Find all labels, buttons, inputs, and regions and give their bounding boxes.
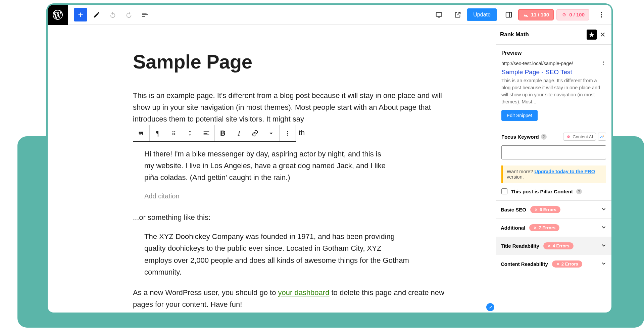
accordion-item[interactable]: Additional 7 Errors (496, 219, 611, 237)
pillar-label: This post is Pillar Content (511, 189, 573, 194)
snippet-url: http://seo-test.local/sample-page/ (501, 61, 573, 66)
focus-keyword-label: Focus Keyword (501, 134, 539, 140)
external-preview-button[interactable] (451, 8, 464, 21)
undo-button[interactable] (106, 8, 119, 21)
bridge-paragraph[interactable]: ...or something like this: (133, 211, 455, 223)
pillar-checkbox[interactable] (501, 188, 507, 194)
error-pill: 6 Errors (530, 206, 560, 213)
svg-point-4 (601, 12, 602, 13)
chevron-down-icon (601, 260, 607, 268)
page-title[interactable]: Sample Page (133, 46, 455, 78)
redo-button[interactable] (122, 8, 136, 21)
svg-point-8 (174, 131, 175, 132)
edit-snippet-button[interactable]: Edit Snippet (501, 110, 538, 121)
dashboard-link[interactable]: your dashboard (278, 288, 330, 297)
wordpress-logo[interactable] (48, 5, 68, 25)
move-up-down-icon[interactable] (182, 125, 198, 141)
trend-icon[interactable] (598, 133, 606, 141)
svg-rect-1 (506, 12, 512, 17)
svg-point-10 (174, 133, 175, 134)
snippet-title: Sample Page - SEO Test (501, 68, 606, 76)
quote-block-2[interactable]: The XYZ Doohickey Company was founded in… (144, 231, 409, 278)
star-icon[interactable] (587, 30, 597, 40)
more-options-button[interactable] (595, 8, 608, 21)
dropdown-chevron-icon[interactable] (263, 125, 279, 141)
intro-paragraph[interactable]: This is an example page. It's different … (133, 90, 455, 141)
upgrade-promo: Want more? Upgrade today to the PRO vers… (501, 165, 606, 183)
error-pill: 4 Errors (543, 242, 574, 249)
seo-accordion: Basic SEO 6 Errors Additional 7 Errors T… (496, 201, 611, 273)
svg-point-16 (603, 61, 604, 61)
block-type-quote-icon[interactable] (133, 125, 149, 141)
rankmath-sidebar: Rank Math Preview http://seo-test.local/… (496, 25, 611, 313)
svg-point-20 (568, 136, 569, 137)
view-responsive-button[interactable] (432, 8, 446, 21)
content-ai-button[interactable]: Content AI (563, 133, 596, 141)
link-icon[interactable] (247, 125, 263, 141)
accordion-label: Content Readability (501, 261, 548, 267)
svg-point-7 (172, 131, 174, 132)
accordion-label: Basic SEO (501, 207, 526, 212)
paragraph-icon[interactable]: ¶ (150, 125, 166, 141)
block-toolbar: ¶ (133, 125, 296, 142)
sidebar-header: Rank Math (496, 25, 611, 45)
status-check-icon (486, 303, 494, 311)
seo-score-badge[interactable]: 11 / 100 (518, 9, 554, 20)
document-overview-button[interactable] (138, 8, 152, 21)
quote-text[interactable]: The XYZ Doohickey Company was founded in… (144, 231, 409, 278)
upgrade-link[interactable]: Upgrade today to the PRO (534, 169, 595, 174)
help-icon[interactable]: ? (576, 189, 582, 194)
align-icon[interactable] (198, 125, 214, 141)
svg-point-15 (287, 135, 288, 136)
preview-heading: Preview (501, 50, 606, 56)
chevron-down-icon (601, 206, 607, 213)
error-pill: 7 Errors (529, 224, 559, 231)
snippet-description: This is an example page. It's different … (501, 77, 606, 105)
sidebar-toggle-icon[interactable] (502, 8, 515, 21)
accordion-label: Additional (501, 225, 525, 231)
italic-button[interactable]: I (231, 125, 247, 141)
hidden-trail-text: th (299, 127, 305, 139)
preview-panel: Preview http://seo-test.local/sample-pag… (496, 45, 611, 127)
editor-top-bar: Update 11 / 100 0 / 100 (48, 5, 611, 25)
closing-paragraph[interactable]: As a new WordPress user, you should go t… (133, 287, 455, 310)
update-button[interactable]: Update (467, 8, 497, 21)
editor-canvas[interactable]: Sample Page This is an example page. It'… (48, 25, 496, 313)
accordion-item[interactable]: Title Readability 4 Errors (496, 237, 611, 255)
edit-mode-button[interactable] (90, 8, 103, 21)
chevron-down-icon (601, 242, 607, 249)
drag-handle-icon[interactable] (166, 125, 182, 141)
accordion-item[interactable]: Basic SEO 6 Errors (496, 201, 611, 219)
focus-keyword-input[interactable] (501, 145, 606, 159)
snippet-more-icon[interactable] (601, 60, 606, 66)
svg-point-3 (564, 14, 564, 15)
block-more-icon[interactable] (280, 125, 296, 141)
svg-point-13 (287, 131, 288, 132)
quote-text[interactable]: Hi there! I'm a bike messenger by day, a… (144, 148, 386, 184)
content-ai-score-badge[interactable]: 0 / 100 (556, 9, 589, 20)
accordion-label: Title Readability (501, 243, 539, 249)
svg-point-6 (601, 16, 602, 17)
accordion-item[interactable]: Content Readability 2 Errors (496, 255, 611, 273)
add-block-button[interactable] (74, 8, 87, 21)
bold-button[interactable]: B (215, 125, 231, 141)
citation-placeholder[interactable]: Add citation (144, 191, 386, 201)
svg-point-17 (603, 62, 604, 63)
sidebar-title: Rank Math (500, 31, 529, 38)
chevron-down-icon (601, 224, 607, 231)
help-icon[interactable]: ? (541, 134, 547, 140)
error-pill: 2 Errors (552, 260, 582, 268)
svg-point-9 (172, 133, 174, 134)
svg-point-18 (603, 64, 604, 65)
focus-keyword-panel: Focus Keyword ? Content AI (496, 127, 611, 201)
svg-point-14 (287, 133, 288, 134)
svg-point-11 (172, 134, 174, 135)
svg-rect-0 (436, 12, 442, 16)
svg-point-12 (174, 134, 175, 135)
svg-point-5 (601, 14, 602, 15)
quote-block-1[interactable]: Hi there! I'm a bike messenger by day, a… (144, 148, 386, 202)
close-icon[interactable] (598, 30, 607, 39)
